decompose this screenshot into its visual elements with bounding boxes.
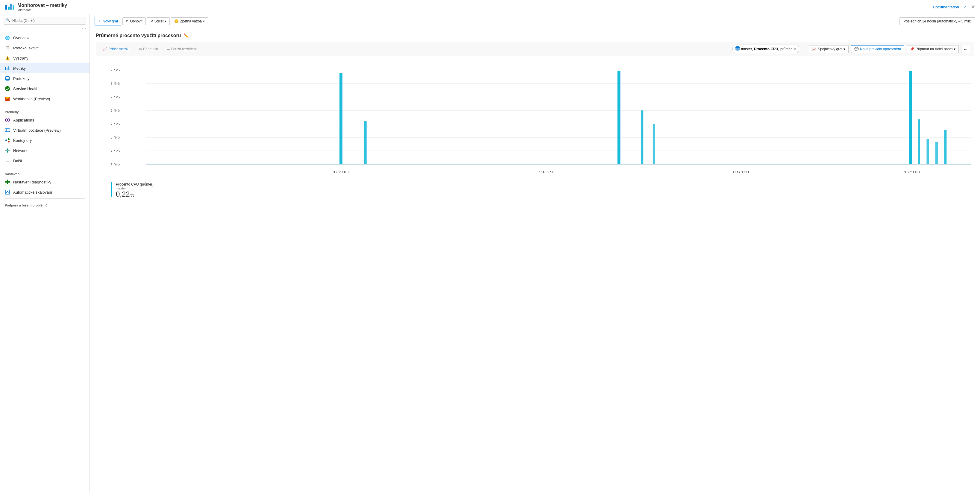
add-metric-icon: 📈 [103, 47, 107, 51]
alert-label: Nové pravidlo upozornění [860, 47, 901, 51]
nav-item-dalsi[interactable]: ··· Další [0, 156, 89, 166]
time-range-selector[interactable]: Posledních 24 hodin (automaticky – 5 min… [899, 17, 975, 25]
more-options-button[interactable]: ··· [961, 45, 970, 53]
sidebar: ⌃⌃ 🌐 Overview 📋 Protokol aktivit ⚠️ Výst… [0, 14, 90, 492]
tag-metric-text: Procento CPU, [754, 47, 779, 51]
svg-text:0,05 %: 0,05 % [111, 149, 120, 153]
svg-point-17 [6, 119, 8, 121]
nav-label-dalsi: Další [13, 159, 22, 163]
documentation-link[interactable]: Documentation [933, 5, 959, 9]
svg-rect-9 [6, 77, 9, 78]
add-filter-label: Přidat filtr [143, 47, 158, 51]
alert-icon: 💬 [854, 47, 859, 51]
legend-text: Procento CPU (průměr) master 0,22 % [116, 182, 154, 198]
feedback-label: Zpětná vazba [180, 19, 202, 23]
nav-label-overview: Overview [13, 36, 29, 40]
nav-item-protokol-aktivit[interactable]: 📋 Protokol aktivit [0, 43, 89, 53]
share-label: Sdílet [154, 19, 164, 23]
chart-title: Průměrné procento využití procesoru [96, 33, 181, 38]
svg-rect-18 [5, 129, 10, 132]
nav-label-nastaveni-diagnostiky: Nastavení diagnostiky [13, 180, 51, 184]
podpora-divider [5, 198, 85, 199]
remove-tag-button[interactable]: ✕ [793, 47, 797, 51]
chart-type-chevron: ▾ [843, 47, 845, 51]
refresh-button[interactable]: ↺ Obnovit [123, 17, 145, 25]
pin-button[interactable]: 📌 Připnout na řídicí panel ▾ [907, 45, 959, 53]
chart-title-row: Průměrné procento využití procesoru ✏️ [96, 33, 974, 38]
svg-rect-5 [6, 68, 8, 70]
nav-item-service-health[interactable]: Service Health [0, 84, 89, 94]
svg-text:0,15 %: 0,15 % [111, 122, 120, 126]
protokoly-icon [5, 76, 10, 81]
svg-rect-49 [339, 73, 342, 164]
svg-rect-24 [5, 181, 10, 183]
share-button[interactable]: ↗ Sdílet ▾ [147, 17, 170, 25]
new-chart-button[interactable]: ＋ Nový graf [95, 17, 121, 25]
svg-rect-53 [653, 124, 655, 164]
search-input[interactable] [3, 17, 86, 25]
app-subtitle: Microsoft [18, 8, 67, 12]
svg-rect-52 [641, 110, 643, 164]
pin-icon: 📌 [910, 47, 915, 51]
new-chart-label: Nový graf [103, 19, 118, 23]
metric-tag[interactable]: master, Procento CPU, průměr ✕ [732, 44, 799, 53]
nav-item-automaticke-skálovani[interactable]: Automatické škálování [0, 187, 89, 197]
svg-rect-10 [6, 78, 9, 79]
chart-type-icon: 📈 [812, 47, 816, 51]
svg-text:12:00: 12:00 [904, 170, 920, 174]
chart-type-button[interactable]: 📈 Spojnicový graf ▾ [809, 45, 849, 53]
nav-item-overview[interactable]: 🌐 Overview [0, 33, 89, 43]
close-button[interactable]: ✕ [971, 4, 975, 10]
svg-text:0,3 %: 0,3 % [111, 82, 120, 86]
prehledy-divider [5, 105, 85, 105]
edit-title-icon[interactable]: ✏️ [183, 33, 189, 38]
svg-rect-3 [13, 5, 14, 10]
nav-label-service-health: Service Health [13, 86, 38, 91]
scroll-up-button[interactable]: ⌃⌃ [81, 28, 87, 32]
chart-type-label: Spojnicový graf [818, 47, 842, 51]
svg-text:06:00: 06:00 [733, 170, 749, 174]
nav-item-vystrahy[interactable]: ⚠️ Výstrahy [0, 53, 89, 63]
alert-rule-button[interactable]: 💬 Nové pravidlo upozornění [851, 45, 904, 53]
feedback-icon: 😊 [174, 19, 179, 23]
protokol-aktivit-icon: 📋 [5, 45, 10, 51]
svg-rect-58 [944, 130, 947, 164]
nav-label-network: Network [13, 148, 27, 153]
nav-item-protokoly[interactable]: Protokoly [0, 73, 89, 84]
sidebar-search-area [0, 14, 89, 27]
nav-item-kontejnery[interactable]: Kontejnery [0, 135, 89, 146]
svg-rect-7 [10, 68, 10, 70]
legend-value: 0,22 % [116, 190, 154, 198]
chart-legend: Procento CPU (průměr) master 0,22 % [111, 179, 971, 202]
legend-metric-name: Procento CPU (průměr) [116, 182, 154, 186]
tag-type-text: průměr [780, 47, 792, 51]
nav-item-workbooks[interactable]: Workbooks (Preview) [0, 94, 89, 104]
use-split-button[interactable]: ⇌ Použít rozdělení [164, 46, 200, 53]
svg-rect-6 [8, 67, 9, 70]
svg-text:18:00: 18:00 [332, 170, 349, 174]
add-filter-button[interactable]: ⊕ Přidat filtr [136, 46, 161, 53]
feedback-button[interactable]: 😊 Zpětná vazba ▾ [171, 17, 208, 25]
nav-item-applications[interactable]: Applications [0, 115, 89, 125]
chart-container: 0,35 % 0,3 % 0,25 % 0,2 % 0,15 % 0,1 % 0… [96, 61, 974, 202]
svg-rect-56 [926, 139, 929, 164]
add-metric-button[interactable]: 📈 Přidat metriku [100, 46, 134, 53]
app-title: Monitorovat – metriky [18, 3, 67, 8]
skálovani-icon [5, 189, 10, 195]
feedback-chevron-icon: ▾ [203, 19, 205, 23]
svg-rect-11 [6, 79, 8, 80]
svg-rect-55 [918, 119, 920, 164]
svg-rect-54 [909, 71, 912, 164]
svg-rect-4 [5, 67, 6, 70]
external-link-icon: ↗ [964, 5, 967, 9]
legend-value-unit: % [130, 193, 134, 197]
nav-label-metriky: Metriky [13, 66, 26, 71]
podpora-section-label: Podpora a řešení problémů [0, 200, 89, 208]
nav-item-virtualni[interactable]: Virtuální počítače (Preview) [0, 125, 89, 135]
nav-label-skálovani: Automatické škálování [13, 190, 52, 195]
nav-item-nastaveni-diagnostiky[interactable]: Nastavení diagnostiky [0, 177, 89, 187]
vystrahy-icon: ⚠️ [5, 56, 10, 61]
service-health-icon [5, 86, 10, 91]
nav-item-metriky[interactable]: Metriky [0, 63, 89, 73]
nav-item-network[interactable]: Network [0, 146, 89, 156]
